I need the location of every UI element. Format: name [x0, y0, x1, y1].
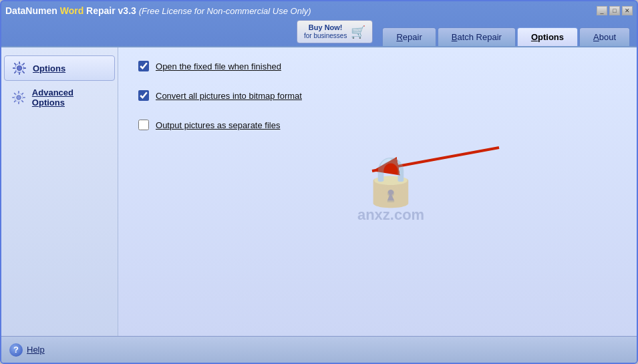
tab-options[interactable]: Options: [517, 27, 578, 46]
sidebar-options-label: Options: [33, 63, 65, 73]
output-pictures-label[interactable]: Output pictures as separate files: [156, 120, 280, 130]
maximize-button[interactable]: □: [609, 6, 620, 15]
sidebar-advanced-options-label: Advanced Options: [32, 87, 108, 108]
title-part1: DataNumen: [5, 5, 60, 16]
close-button[interactable]: ✕: [622, 6, 633, 15]
checkbox-row-convert-pictures: Convert all pictures into bitmap format: [138, 90, 617, 101]
convert-pictures-checkbox[interactable]: [138, 90, 149, 101]
app-title: DataNumen Word Repair v3.3 (Free License…: [5, 5, 311, 16]
checkbox-row-open-fixed: Open the fixed file when finished: [138, 61, 617, 71]
title-bar: DataNumen Word Repair v3.3 (Free License…: [1, 1, 637, 20]
help-label: Help: [27, 345, 45, 355]
output-pictures-checkbox[interactable]: [138, 120, 149, 130]
help-link[interactable]: ? Help: [9, 343, 45, 357]
svg-line-5: [372, 148, 499, 171]
sidebar: Options Advanced Options: [1, 47, 118, 336]
title-part2: Repair v3.3: [84, 5, 139, 16]
main-window: DataNumen Word Repair v3.3 (Free License…: [0, 0, 638, 364]
minimize-button[interactable]: _: [597, 6, 607, 15]
main-area: Options Advanced Options: [1, 46, 637, 363]
watermark: 🔒 anxz.com: [357, 153, 424, 224]
arrow-indicator: [319, 134, 506, 188]
title-italic: (Free License for Non-commercial Use Onl…: [139, 6, 311, 16]
bottom-bar: ? Help: [1, 336, 637, 363]
options-panel: Open the fixed file when finished Conver…: [118, 47, 637, 336]
tab-repair[interactable]: Repair: [382, 27, 436, 46]
content-row: Options Advanced Options: [1, 47, 637, 336]
top-nav: Buy Now! for businesses 🛒 Repair Batch R…: [1, 20, 637, 46]
watermark-text: anxz.com: [357, 206, 424, 224]
buy-now-line1: Buy Now!: [309, 23, 343, 32]
window-controls: _ □ ✕: [597, 6, 633, 15]
sidebar-item-advanced-options[interactable]: Advanced Options: [4, 83, 115, 112]
sidebar-item-options[interactable]: Options: [4, 55, 115, 81]
title-word: Word: [60, 5, 84, 16]
watermark-lock-icon: 🔒: [361, 153, 421, 210]
tab-about[interactable]: About: [579, 27, 630, 46]
convert-pictures-label[interactable]: Convert all pictures into bitmap format: [156, 91, 302, 101]
svg-point-2: [17, 96, 21, 100]
help-icon: ?: [9, 343, 23, 357]
gear-advanced-icon: [11, 89, 27, 106]
gear-icon: [11, 60, 27, 76]
open-fixed-checkbox[interactable]: [138, 61, 149, 71]
buy-now-line2: for businesses: [304, 32, 347, 40]
buy-now-button[interactable]: Buy Now! for businesses 🛒: [297, 20, 373, 43]
svg-point-0: [17, 66, 21, 71]
cart-icon: 🛒: [351, 25, 365, 39]
tabs-row: Repair Batch Repair Options About: [382, 27, 631, 46]
open-fixed-label[interactable]: Open the fixed file when finished: [156, 61, 281, 71]
tab-batch-repair[interactable]: Batch Repair: [438, 27, 516, 46]
checkbox-row-output-pictures: Output pictures as separate files: [138, 120, 617, 130]
